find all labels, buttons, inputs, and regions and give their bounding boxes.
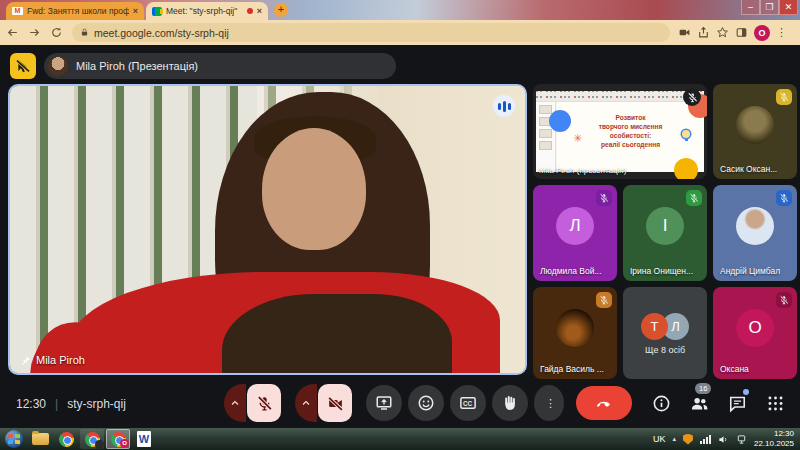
word-icon: W [137, 431, 151, 447]
control-bar: ⋮ [224, 384, 632, 422]
profile-avatar[interactable]: O [754, 25, 770, 41]
action-center-icon[interactable] [683, 434, 693, 445]
people-button[interactable]: 16 [688, 391, 710, 415]
mic-options-button[interactable] [224, 384, 246, 422]
video-name-label: Mila Piroh [20, 354, 85, 366]
reactions-button[interactable] [408, 385, 444, 421]
presentation-tile[interactable]: ✳ Розвиток творчого мислення особистості… [533, 84, 707, 179]
camera-off-icon [327, 395, 344, 412]
audio-activity-icon [493, 95, 515, 117]
tab-title: Meet: "sty-srph-qij" [166, 6, 243, 16]
browser-menu-icon[interactable]: ⋮ [776, 30, 784, 35]
mic-muted-icon [776, 292, 792, 308]
mic-toggle-button[interactable] [247, 384, 281, 422]
taskbar-word[interactable]: W [132, 429, 156, 449]
taskbar-explorer[interactable] [28, 429, 52, 449]
chevron-up-icon [229, 397, 241, 409]
chevron-up-icon [300, 397, 312, 409]
windows-logo-icon [5, 430, 23, 448]
chrome-icon [59, 432, 74, 447]
network-icon[interactable] [700, 434, 711, 444]
tab-close-icon[interactable]: × [257, 6, 262, 16]
taskbar-chrome-2[interactable] [80, 429, 104, 449]
profile-o-badge: O [120, 439, 129, 448]
raise-hand-button[interactable] [492, 385, 528, 421]
share-icon[interactable] [697, 26, 710, 39]
more-people-tile[interactable]: Т Л Ще 8 осіб [623, 287, 707, 379]
meet-icon [152, 7, 162, 16]
main-video-tile[interactable]: Mila Piroh [8, 84, 527, 375]
mic-muted-icon [776, 89, 792, 105]
tab-gmail[interactable]: M Fwd: Заняття школи професій... × [6, 2, 144, 20]
mic-muted-icon [686, 190, 702, 206]
camera-toggle-button[interactable] [318, 384, 352, 422]
browser-toolbar: meet.google.com/sty-srph-qij O ⋮ [0, 20, 800, 45]
new-tab-button[interactable]: + [274, 3, 288, 17]
slide-decor-yellow [674, 158, 698, 179]
avatar: О [736, 309, 774, 347]
end-call-button[interactable] [576, 386, 632, 420]
folder-icon [32, 433, 49, 445]
media-camera-icon[interactable] [678, 26, 691, 39]
chat-notification-dot [743, 389, 749, 395]
people-icon [690, 394, 709, 413]
captions-button[interactable] [450, 385, 486, 421]
mic-muted-icon [596, 190, 612, 206]
url-text: meet.google.com/sty-srph-qij [94, 27, 229, 39]
avatar [736, 106, 774, 144]
taskbar-chrome-active[interactable]: O [106, 429, 130, 449]
participant-tile[interactable]: О Оксана [713, 287, 797, 379]
presenter-avatar [48, 56, 68, 76]
minimize-button[interactable]: – [741, 0, 760, 15]
reload-icon[interactable] [46, 23, 66, 43]
more-options-button[interactable]: ⋮ [534, 385, 564, 421]
camera-options-button[interactable] [295, 384, 317, 422]
forward-icon[interactable] [24, 23, 44, 43]
tab-close-icon[interactable]: × [133, 6, 138, 16]
presenter-banner[interactable]: Mila Piroh (Презентація) [44, 53, 396, 79]
avatar [736, 207, 774, 245]
presentation-label: Mila Piroh (презентація) [539, 166, 626, 175]
participant-tile[interactable]: Л Людмила Вой... [533, 185, 617, 281]
taskbar-chrome-1[interactable] [54, 429, 78, 449]
participant-tile[interactable]: Андрій Цимбал [713, 185, 797, 281]
back-icon[interactable] [2, 23, 22, 43]
more-people-label: Ще 8 осіб [623, 345, 707, 355]
cursor-off-icon [15, 58, 31, 74]
meeting-code: sty-srph-qij [67, 397, 126, 411]
hidden-icons-arrow[interactable]: ▴ [672, 435, 676, 443]
right-panel-controls: 16 [650, 391, 786, 415]
window-controls: – ❐ ✕ [741, 0, 798, 15]
address-bar[interactable]: meet.google.com/sty-srph-qij [72, 23, 670, 42]
presenter-name: Mila Piroh (Презентація) [76, 60, 198, 72]
close-button[interactable]: ✕ [779, 0, 798, 15]
pointer-off-button[interactable] [10, 53, 36, 79]
display-icon[interactable] [736, 434, 747, 445]
meeting-details-button[interactable] [650, 391, 672, 415]
bookmark-star-icon[interactable] [716, 26, 729, 39]
avatar: І [646, 207, 684, 245]
participant-tile[interactable]: Гайда Василь ... [533, 287, 617, 379]
side-panel-icon[interactable] [735, 26, 748, 39]
participant-tile[interactable]: Сасик Оксан... [713, 84, 797, 179]
maximize-button[interactable]: ❐ [760, 0, 779, 15]
present-screen-button[interactable] [366, 385, 402, 421]
system-tray: UK ▴ 12:30 22.10.2025 [653, 428, 798, 450]
start-button[interactable] [2, 429, 26, 449]
language-indicator[interactable]: UK [653, 434, 666, 444]
info-icon [652, 394, 671, 413]
mic-muted-icon [596, 292, 612, 308]
tab-meet[interactable]: Meet: "sty-srph-qij" × [146, 2, 268, 20]
slide-title: Розвиток творчого мислення особистості: … [571, 114, 690, 150]
participant-tile[interactable]: І Ірина Онищен... [623, 185, 707, 281]
profile-badge-icon [95, 440, 104, 449]
chat-button[interactable] [726, 391, 748, 415]
mic-muted-icon [776, 190, 792, 206]
powerpoint-toolbar [536, 91, 704, 102]
speaker-icon[interactable] [718, 434, 729, 445]
speaker-person [10, 86, 525, 373]
activities-button[interactable] [764, 391, 786, 415]
avatar [556, 309, 594, 347]
overflow-avatars: Т Л [641, 313, 689, 341]
tray-clock[interactable]: 12:30 22.10.2025 [754, 429, 794, 449]
